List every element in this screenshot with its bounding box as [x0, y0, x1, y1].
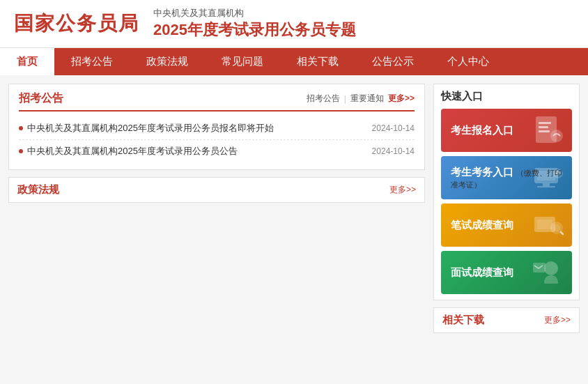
bottom-sections: 政策法规 更多>>	[8, 177, 425, 203]
quick-btn-icon	[530, 112, 566, 148]
news-title[interactable]: 中央机关及其直属机构2025年度考试录用公务员报名即将开始	[27, 122, 274, 135]
announcement-more-link[interactable]: 更多>>	[388, 93, 415, 105]
download-more-link[interactable]: 更多>>	[544, 314, 571, 326]
quick-btn-3[interactable]: 面试成绩查询	[441, 251, 572, 294]
policy-section: 政策法规 更多>>	[8, 177, 425, 203]
quick-btn-0[interactable]: 考生报名入口	[441, 109, 572, 152]
main-nav: 首页招考公告政策法规常见问题相关下载公告公示个人中心	[0, 48, 588, 75]
nav-item-政策法规[interactable]: 政策法规	[130, 48, 205, 75]
svg-point-13	[553, 224, 560, 231]
download-section: 相关下载 更多>>	[433, 307, 580, 333]
quick-btn-label: 考生报名入口	[451, 124, 513, 136]
download-title: 相关下载	[442, 314, 484, 327]
news-title[interactable]: 中央机关及其直属机构2025年度考试录用公务员公告	[27, 145, 238, 158]
quick-access-title: 快速入口	[441, 90, 572, 103]
svg-point-15	[544, 261, 558, 275]
left-panel: 招考公告 招考公告 | 重要通知 更多>> 中央机关及其直属机构2025年度考试…	[8, 84, 425, 333]
news-list: 中央机关及其直属机构2025年度考试录用公务员报名即将开始 2024-10-14…	[19, 117, 415, 162]
news-date: 2024-10-14	[372, 146, 415, 156]
quick-btn-label: 考生考务入口	[451, 166, 513, 178]
announcement-title: 招考公告	[19, 91, 63, 106]
svg-line-14	[561, 232, 563, 234]
nav-item-常见问题[interactable]: 常见问题	[205, 48, 280, 75]
quick-btn-label-block: 笔试成绩查询	[451, 218, 513, 232]
announcement-header: 招考公告 招考公告 | 重要通知 更多>>	[19, 91, 415, 112]
news-bullet	[19, 149, 23, 153]
nav-item-公告公示[interactable]: 公告公示	[355, 48, 431, 75]
right-panel: 快速入口 考生报名入口 考生考务入口 （缴费、打印准考证） 笔试成绩查询	[433, 84, 580, 333]
nav-item-招考公告[interactable]: 招考公告	[54, 48, 130, 75]
announcement-section: 招考公告 招考公告 | 重要通知 更多>> 中央机关及其直属机构2025年度考试…	[8, 84, 425, 170]
policy-header: 政策法规 更多>>	[17, 183, 416, 197]
policy-more-link[interactable]: 更多>>	[389, 184, 416, 196]
svg-point-4	[550, 130, 563, 142]
quick-btn-label-block: 考生报名入口	[451, 123, 513, 137]
filter-divider: |	[344, 94, 346, 104]
main-content: 招考公告 招考公告 | 重要通知 更多>> 中央机关及其直属机构2025年度考试…	[0, 75, 588, 341]
header-title-block: 中央机关及其直属机构 2025年度考试录用公务员专题	[153, 7, 356, 40]
quick-btn-2[interactable]: 笔试成绩查询	[441, 203, 572, 247]
announcement-filters: 招考公告 | 重要通知 更多>>	[307, 93, 415, 105]
svg-rect-1	[539, 122, 551, 124]
quick-btn-label-block: 考生考务入口 （缴费、打印准考证）	[451, 165, 562, 191]
quick-btn-label: 笔试成绩查询	[451, 219, 513, 231]
news-item-left: 中央机关及其直属机构2025年度考试录用公务员报名即将开始	[19, 122, 274, 135]
download-header: 相关下载 更多>>	[442, 314, 571, 327]
quick-btn-label-block: 面试成绩查询	[451, 266, 513, 279]
filter-zhongyaotongzhi[interactable]: 重要通知	[350, 93, 384, 105]
news-item-left: 中央机关及其直属机构2025年度考试录用公务员公告	[19, 145, 238, 158]
svg-rect-2	[539, 126, 548, 128]
svg-rect-11	[537, 220, 552, 229]
header-subtitle: 中央机关及其直属机构	[153, 7, 356, 20]
header-main-title: 2025年度考试录用公务员专题	[153, 20, 356, 40]
nav-item-首页[interactable]: 首页	[0, 48, 54, 75]
news-date: 2024-10-14	[372, 123, 415, 133]
filter-zhaokaogonggao[interactable]: 招考公告	[307, 93, 340, 105]
news-bullet	[19, 126, 23, 130]
quick-buttons: 考生报名入口 考生考务入口 （缴费、打印准考证） 笔试成绩查询 面试成绩查询	[441, 109, 572, 294]
quick-btn-icon	[530, 207, 566, 243]
news-item: 中央机关及其直属机构2025年度考试录用公务员报名即将开始 2024-10-14	[19, 117, 415, 140]
quick-btn-label: 面试成绩查询	[451, 266, 513, 278]
page-header: 国家公务员局 中央机关及其直属机构 2025年度考试录用公务员专题	[0, 0, 588, 48]
news-item: 中央机关及其直属机构2025年度考试录用公务员公告 2024-10-14	[19, 140, 415, 162]
nav-item-个人中心[interactable]: 个人中心	[431, 48, 506, 75]
policy-title: 政策法规	[17, 183, 59, 197]
nav-item-相关下载[interactable]: 相关下载	[280, 48, 355, 75]
quick-btn-icon	[530, 254, 566, 291]
svg-rect-3	[539, 130, 550, 132]
site-logo: 国家公务员局	[14, 10, 139, 37]
quick-btn-1[interactable]: 考生考务入口 （缴费、打印准考证）	[441, 156, 572, 199]
quick-access-box: 快速入口 考生报名入口 考生考务入口 （缴费、打印准考证） 笔试成绩查询	[433, 84, 580, 300]
